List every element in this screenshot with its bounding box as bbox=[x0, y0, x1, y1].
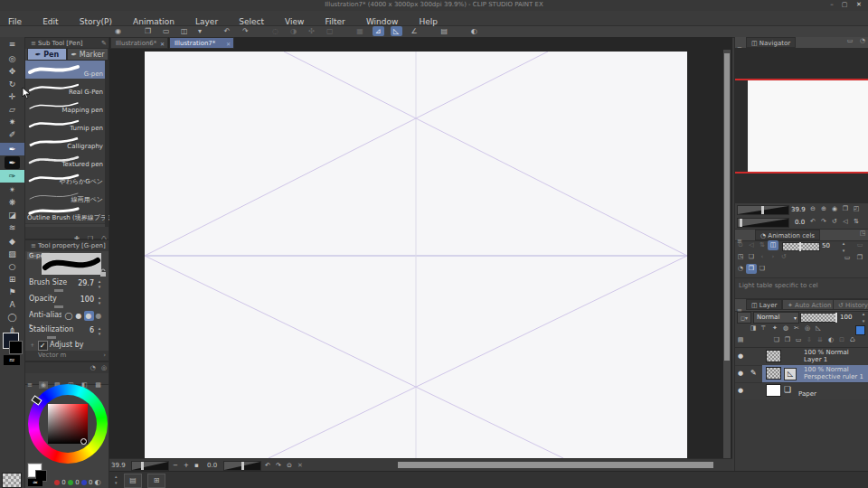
dock-collapse-arrows[interactable]: ▴▾ bbox=[115, 474, 118, 486]
history-tab[interactable]: ↺ History bbox=[833, 299, 868, 310]
app-settings-icon[interactable]: ◉ bbox=[112, 26, 124, 36]
opacity-value[interactable]: 100 bbox=[80, 296, 94, 304]
expand-setting-icon[interactable]: ＋ bbox=[29, 342, 35, 349]
adjust-by-speed-checkbox[interactable]: ✓ bbox=[38, 341, 48, 351]
close-button[interactable]: ✕ bbox=[854, 1, 864, 9]
brush-size-value[interactable]: 29.7 bbox=[78, 279, 94, 287]
auto-select-tool-icon[interactable]: ✷ bbox=[0, 116, 24, 128]
canvas-horizontal-scrollbar[interactable] bbox=[398, 462, 713, 468]
selection-border-icon[interactable]: ▢ bbox=[324, 26, 335, 36]
sub-transparent-swatch[interactable]: ≈ bbox=[28, 479, 42, 486]
status-clear-rotation-icon[interactable]: ✕ bbox=[297, 462, 303, 469]
blue-chip[interactable] bbox=[81, 480, 87, 485]
frame-border-tool-icon[interactable]: ⊞ bbox=[0, 273, 24, 286]
open-cel-folder-icon[interactable]: ▭ bbox=[842, 253, 853, 263]
new-vector-layer-icon[interactable]: ❐ bbox=[782, 335, 793, 345]
layer-thumbnail[interactable] bbox=[766, 367, 781, 380]
brush-size-slider[interactable] bbox=[54, 289, 63, 292]
canvas-page[interactable] bbox=[145, 52, 687, 458]
minimize-button[interactable]: – bbox=[826, 1, 837, 9]
status-zoom-value[interactable]: 39.9 bbox=[111, 462, 126, 469]
brush-item-soft-g-pen[interactable]: やわらかGペン bbox=[25, 169, 107, 188]
maximize-button[interactable]: ▢ bbox=[839, 1, 850, 9]
layer-color-chip[interactable] bbox=[855, 325, 865, 335]
layer-opacity-stepper[interactable]: ▴▾ bbox=[860, 312, 867, 324]
subview-icon[interactable]: ▭ bbox=[845, 37, 854, 44]
eyedropper-tool-icon[interactable]: ✐ bbox=[0, 128, 24, 141]
perspective-ruler-badge-icon[interactable]: ◺ bbox=[784, 368, 797, 380]
ruler-tool-icon[interactable]: ⚑ bbox=[0, 286, 24, 298]
stabilization-row[interactable]: Stabilization 6 ▴▾ bbox=[29, 325, 105, 339]
expand-selection-icon[interactable]: ✣ bbox=[306, 26, 317, 36]
visibility-eye-icon[interactable]: ● bbox=[738, 352, 743, 360]
panel-list-mode-icon[interactable]: ▤ bbox=[735, 335, 746, 345]
color-wheel-icon[interactable]: ◉ bbox=[39, 381, 48, 389]
snap-special-ruler-icon[interactable]: ◺ bbox=[391, 26, 402, 36]
brush-item-line-drawing-pen[interactable]: 線画用ペン bbox=[25, 187, 107, 206]
marker-tool-icon[interactable]: ✒ bbox=[5, 156, 20, 169]
stabilization-slider[interactable] bbox=[47, 336, 56, 339]
zoom-out-icon[interactable]: ⊖ bbox=[807, 204, 818, 214]
navigator-zoom-slider[interactable] bbox=[737, 205, 789, 215]
light-table-cel-icon[interactable]: ❐ bbox=[746, 264, 757, 274]
snap-grid-icon[interactable]: ▦ bbox=[354, 26, 365, 36]
status-rotation-value[interactable]: 0.0 bbox=[207, 462, 217, 469]
status-zoom-slider[interactable] bbox=[131, 461, 169, 471]
menu-layer[interactable]: Layer bbox=[187, 15, 226, 26]
scrollbar-thumb[interactable] bbox=[724, 53, 730, 361]
snap-guide-icon[interactable]: ∠ bbox=[409, 26, 420, 36]
lock-layer-icon[interactable]: ✦ bbox=[769, 324, 780, 333]
sv-cursor[interactable] bbox=[80, 438, 87, 445]
opacity-stepper[interactable]: ▴▾ bbox=[96, 295, 103, 306]
brush-tool-icon[interactable]: ✑ bbox=[0, 170, 24, 183]
deselect-icon[interactable]: ◌ bbox=[269, 26, 281, 36]
menu-view[interactable]: View bbox=[277, 15, 312, 26]
layer-thumbnail-size-dropdown[interactable]: ◻▾ bbox=[737, 312, 751, 324]
timeline-tab-icon[interactable]: ◳ bbox=[858, 230, 867, 237]
color-picker-icon[interactable]: ◎ bbox=[99, 362, 108, 373]
paper-texture-swatch[interactable] bbox=[2, 473, 22, 488]
saturation-value-square[interactable] bbox=[48, 404, 88, 444]
status-zoom-in-icon[interactable]: + bbox=[184, 462, 189, 469]
rotate-tool-icon[interactable]: ↻ bbox=[0, 78, 24, 90]
move-tool-icon[interactable]: ✛ bbox=[0, 90, 24, 103]
menu-filter[interactable]: Filter bbox=[317, 15, 354, 26]
pen-tool-icon[interactable]: ✒ bbox=[0, 143, 24, 155]
fit-to-screen-icon[interactable]: ❐ bbox=[840, 204, 851, 214]
layer-name[interactable]: Paper bbox=[798, 390, 816, 398]
visibility-eye-icon[interactable]: ● bbox=[738, 387, 743, 394]
edit-target-cel-icon[interactable]: ◔ bbox=[735, 264, 746, 274]
navigator-preview[interactable] bbox=[735, 48, 868, 203]
subtool-tab-pen[interactable]: ✒ Pen bbox=[27, 48, 67, 61]
brush-item-calligraphy[interactable]: Calligraphy bbox=[25, 133, 107, 152]
layer-row-paper[interactable]: ● ❏ Paper bbox=[735, 382, 868, 400]
flip-vertical-icon[interactable]: ⇅ bbox=[851, 217, 862, 227]
clip-to-layer-below-icon[interactable]: ◨ bbox=[748, 324, 759, 333]
antialias-middle-button[interactable]: ● bbox=[84, 311, 94, 321]
doc-tab-close-icon[interactable]: ✕ bbox=[226, 38, 231, 49]
layer-row-perspective-ruler[interactable]: ● ✎ ◺ 100 % Normal Perspective ruler 1 bbox=[735, 365, 868, 383]
menu-story[interactable]: Story(P) bbox=[71, 15, 120, 26]
combine-to-lower-icon[interactable]: ⇊ bbox=[815, 335, 826, 345]
brush-item-outline-brush[interactable]: Outline Brush (境界線ブラシ) bbox=[25, 205, 107, 224]
new-file-icon[interactable]: ❐ bbox=[142, 26, 154, 36]
animation-cels-tab[interactable]: ◔ Animation cels bbox=[755, 230, 820, 240]
footer-next-icon[interactable]: › bbox=[103, 351, 106, 361]
playback-icon[interactable]: ⊙ bbox=[735, 240, 746, 250]
menu-window[interactable]: Window bbox=[358, 15, 407, 26]
balloon-tool-icon[interactable]: ◯ bbox=[0, 311, 24, 324]
cel-opacity-value[interactable]: 50 bbox=[822, 242, 830, 249]
ruler-range-icon[interactable]: ◺ bbox=[813, 324, 824, 333]
subtool-scrollbar[interactable] bbox=[105, 61, 108, 229]
brush-item-g-pen[interactable]: G-pen bbox=[25, 61, 107, 80]
save-dropdown-icon[interactable]: ▾ bbox=[196, 26, 203, 36]
save-icon[interactable]: ◫ bbox=[178, 26, 190, 36]
vector-footer-label[interactable]: Vector m bbox=[38, 352, 66, 359]
eraser-tool-icon[interactable]: ◪ bbox=[0, 209, 24, 221]
prev-cel-icon[interactable]: ‹ bbox=[757, 252, 768, 262]
layer-opacity-value[interactable]: 100 bbox=[840, 314, 852, 321]
menu-animation[interactable]: Animation bbox=[125, 15, 183, 26]
antialias-strong-button[interactable]: ● bbox=[94, 311, 104, 321]
rotate-right-icon[interactable]: ↷ bbox=[818, 217, 829, 227]
menu-edit[interactable]: Edit bbox=[34, 15, 66, 26]
